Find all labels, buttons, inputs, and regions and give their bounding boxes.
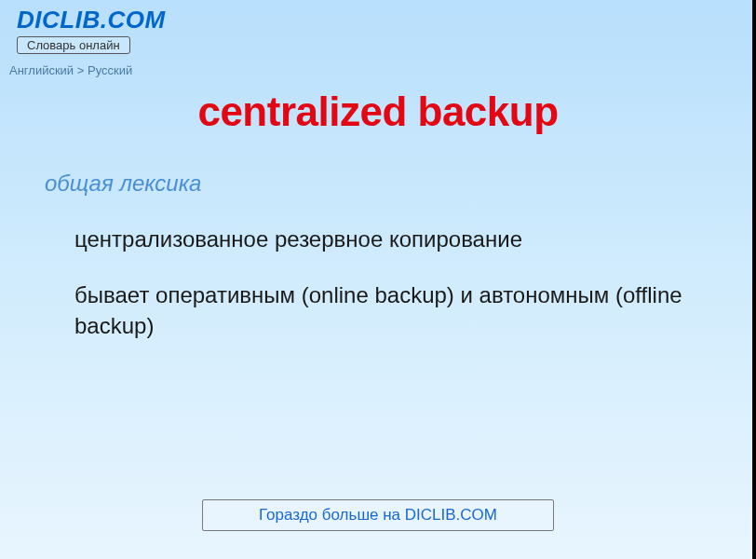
- entry-term: centralized backup: [0, 89, 756, 135]
- subtitle-text: Словарь онлайн: [27, 38, 120, 52]
- more-link-box[interactable]: Гораздо больше на DICLIB.COM: [202, 499, 554, 531]
- definition-item: централизованное резервное копирование: [74, 225, 719, 254]
- definition-item: бывает оперативным (online backup) и авт…: [74, 280, 719, 341]
- breadcrumb-from[interactable]: Английский: [9, 63, 74, 77]
- header: DICLIB.COM Словарь онлайн: [0, 0, 756, 54]
- entry-category: общая лексика: [45, 170, 756, 197]
- definitions-list: централизованное резервное копирование б…: [74, 225, 719, 341]
- more-link[interactable]: Гораздо больше на DICLIB.COM: [259, 506, 497, 524]
- right-border: [752, 0, 756, 559]
- subtitle-box: Словарь онлайн: [17, 36, 130, 54]
- breadcrumb: Английский > Русский: [0, 54, 756, 77]
- breadcrumb-to[interactable]: Русский: [88, 63, 132, 77]
- site-title[interactable]: DICLIB.COM: [17, 6, 739, 34]
- breadcrumb-separator: >: [77, 63, 85, 77]
